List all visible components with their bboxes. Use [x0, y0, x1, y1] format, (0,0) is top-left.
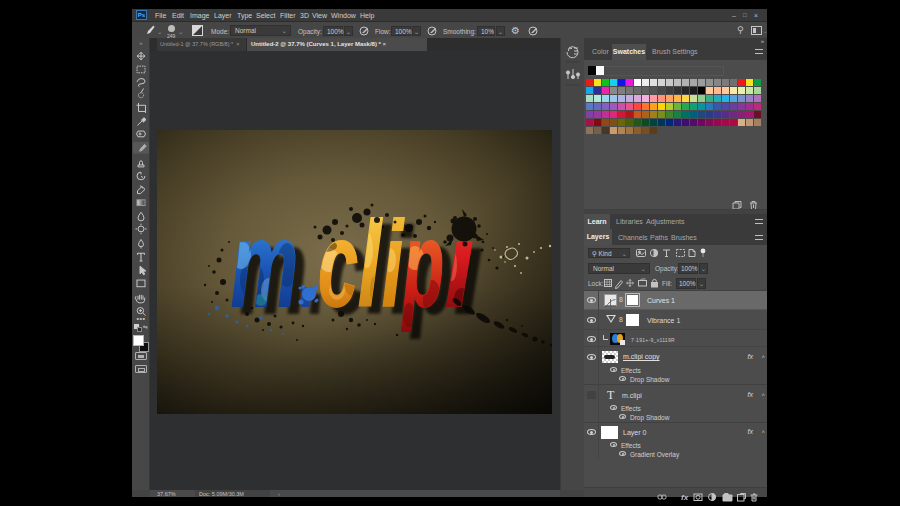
svg-text:fx: fx [681, 493, 689, 502]
svg-text:.: . [300, 196, 316, 332]
